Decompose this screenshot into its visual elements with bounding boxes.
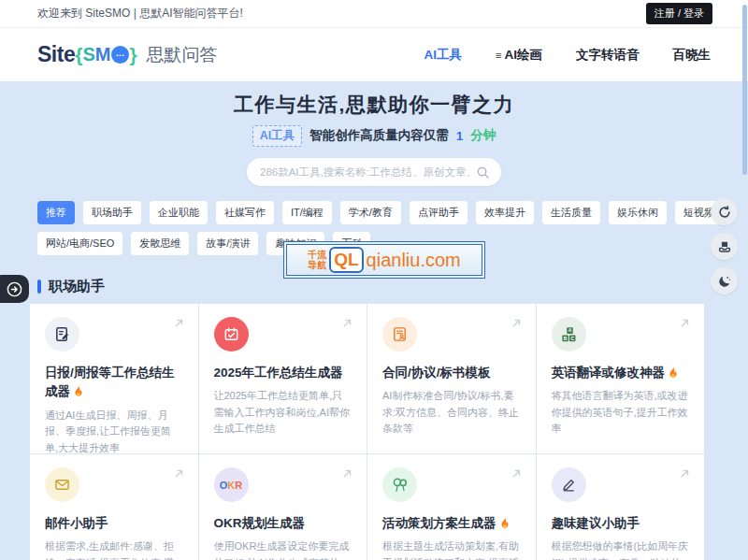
balloons-icon xyxy=(382,467,417,502)
tool-title: OKR规划生成器 xyxy=(214,514,352,533)
tool-description: 通过AI生成日报、周报、月报、季度报,让工作报告更简单,大大提升效率 xyxy=(45,408,183,454)
section-title: 职场助手 xyxy=(49,278,105,295)
arrow-right-circle-icon xyxy=(6,280,23,298)
svg-text:B: B xyxy=(564,335,568,340)
edit-note-icon xyxy=(45,317,79,352)
welcome-text: 欢迎来到 SiteSMO | 思默AI智能问答平台! xyxy=(37,6,243,22)
tool-description: AI制作标准合同/协议/标书,要求:双方信息、合同内容、终止条款等 xyxy=(382,388,521,438)
tool-card[interactable]: 合同/协议/标书模板AI制作标准合同/协议/标书,要求:双方信息、合同内容、终止… xyxy=(367,304,536,453)
logo-brace-open: { xyxy=(75,44,82,66)
ai-tools-badge: AI工具 xyxy=(252,125,303,147)
dark-mode-button[interactable] xyxy=(711,267,738,294)
search-bar[interactable] xyxy=(247,158,501,186)
hero-title: 工作与生活,思默助你一臂之力 xyxy=(0,93,748,117)
tool-card[interactable]: 日报/周报等工作总结生成器通过AI生成日报、周报、月报、季度报,让工作报告更简单… xyxy=(30,304,198,453)
arrow-up-right-icon xyxy=(678,467,692,481)
tool-card[interactable]: 2025年工作总结生成器让2025年工作总结更简单,只需输入工作内容和岗位,AI… xyxy=(199,304,367,453)
refresh-button[interactable] xyxy=(711,198,738,225)
logo-s-text: S xyxy=(82,44,94,65)
okr-icon: OKR xyxy=(214,467,249,502)
svg-text:A: A xyxy=(568,327,572,333)
tool-description: 让2025年工作总结更简单,只需输入工作内容和岗位,AI帮你生成工作总结 xyxy=(214,388,352,438)
nav-menu: AI工具≡AI绘画文字转语音百晓生 xyxy=(424,47,711,64)
floating-toolbar xyxy=(711,198,738,294)
tool-title: 活动策划方案生成器 xyxy=(382,514,521,533)
nav-item-0[interactable]: AI工具 xyxy=(424,47,463,64)
flame-icon xyxy=(667,366,680,379)
tool-description: 根据需求,生成邮件:感谢、拒绝、客套话,提高工作效率,避免出错 xyxy=(45,538,183,560)
lines-icon: ≡ xyxy=(496,50,501,61)
logo-brace-close: } xyxy=(129,44,137,66)
hero-section: 工作与生活,思默助你一臂之力 AI工具 智能创作高质量内容仅需 1 分钟 xyxy=(0,81,748,186)
search-input[interactable] xyxy=(258,165,476,179)
navbar: Site { S M ••• } 思默问答 AI工具≡AI绘画文字转语音百晓生 xyxy=(0,28,748,81)
tool-card[interactable]: OKROKR规划生成器使用OKR生成器设定你要完成的目标,让AI为你生成完整的O… xyxy=(199,454,367,560)
tool-title: 日报/周报等工作总结生成器 xyxy=(45,364,183,402)
logo-site-text: Site xyxy=(37,42,75,67)
register-login-button[interactable]: 注册 / 登录 xyxy=(646,3,712,24)
category-tag[interactable]: 企业职能 xyxy=(150,201,208,224)
tool-title: 合同/协议/标书模板 xyxy=(382,364,521,382)
category-tag[interactable]: 生活质量 xyxy=(542,201,600,224)
tool-card[interactable]: ABC英语翻译或修改神器将其他语言翻译为英语,或改进你提供的英语句子,提升工作效… xyxy=(537,304,705,453)
tool-card[interactable]: 趣味建议小助手根据您想做的事情(比如周年庆祝),提供难忘、有趣、独特的活动和建议 xyxy=(537,454,705,560)
calendar-check-icon xyxy=(214,317,249,352)
inbox-button[interactable] xyxy=(711,233,738,260)
brand-name: 思默问答 xyxy=(147,43,218,67)
nav-item-2[interactable]: 文字转语音 xyxy=(576,47,640,64)
category-tag[interactable]: 故事/演讲 xyxy=(197,232,258,255)
category-tag[interactable]: 职场助手 xyxy=(83,201,141,224)
tool-description: 使用OKR生成器设定你要完成的目标,让AI为你生成完整的OKR规划 xyxy=(214,538,352,560)
flame-icon xyxy=(498,516,511,529)
section-accent-bar xyxy=(37,280,41,294)
category-tag[interactable]: 娱乐休闲 xyxy=(609,201,667,224)
qianliu-watermark[interactable]: 千流 导航 QL qianliu.com xyxy=(283,241,485,279)
svg-text:C: C xyxy=(570,335,574,340)
nav-item-3[interactable]: 百晓生 xyxy=(673,47,712,64)
contract-icon xyxy=(382,317,417,352)
arrow-up-right-icon xyxy=(510,467,524,481)
dark-mode-icon xyxy=(717,274,732,289)
tool-description: 根据您想做的事情(比如周年庆祝),提供难忘、有趣、独特的活动和建议 xyxy=(552,538,690,560)
tool-title: 2025年工作总结生成器 xyxy=(214,364,352,382)
arrow-up-right-icon xyxy=(340,316,354,330)
tool-description: 根据主题生成活动策划案,有助于规划活动流程和内容,提高活动的效果 xyxy=(382,538,521,560)
tool-title: 邮件小助手 xyxy=(45,514,183,533)
subtitle-unit: 分钟 xyxy=(470,127,496,144)
category-tag[interactable]: 发散思维 xyxy=(131,232,189,255)
scrollbar-thumb[interactable] xyxy=(742,5,747,175)
subtitle-number: 1 xyxy=(456,129,464,143)
section-header: 职场助手 xyxy=(37,278,748,295)
arrow-up-right-icon xyxy=(340,467,354,481)
tool-title: 趣味建议小助手 xyxy=(552,514,690,533)
watermark-nav-text: 千流 导航 xyxy=(308,250,326,271)
inbox-icon xyxy=(717,239,732,254)
category-tag[interactable]: 效率提升 xyxy=(476,201,534,224)
envelope-icon xyxy=(45,467,79,502)
arrow-up-right-icon xyxy=(510,316,524,330)
watermark-domain: qianliu.com xyxy=(367,250,461,271)
tool-card[interactable]: 邮件小助手根据需求,生成邮件:感谢、拒绝、客套话,提高工作效率,避免出错 xyxy=(30,454,198,560)
tool-title: 英语翻译或修改神器 xyxy=(552,364,690,382)
refresh-icon xyxy=(717,205,732,220)
category-tag[interactable]: IT/编程 xyxy=(282,201,332,224)
category-tag[interactable]: 学术/教育 xyxy=(340,201,401,224)
pen-icon xyxy=(552,467,586,502)
subtitle-text: 智能创作高质量内容仅需 xyxy=(309,127,449,144)
tool-card[interactable]: 活动策划方案生成器根据主题生成活动策划案,有助于规划活动流程和内容,提高活动的效… xyxy=(367,454,536,560)
category-tag[interactable]: 网站/电商/SEO xyxy=(37,232,122,255)
category-tag[interactable]: 社媒写作 xyxy=(216,201,274,224)
logo-o-circle-icon: ••• xyxy=(111,46,129,64)
arrow-up-right-icon xyxy=(172,467,186,481)
category-tag[interactable]: 点评助手 xyxy=(410,201,468,224)
arrow-up-right-icon xyxy=(678,316,692,330)
category-tag[interactable]: 推荐 xyxy=(37,201,75,224)
topbar: 欢迎来到 SiteSMO | 思默AI智能问答平台! 注册 / 登录 xyxy=(0,0,748,28)
search-icon[interactable] xyxy=(476,165,490,179)
arrow-up-right-icon xyxy=(172,316,186,330)
nav-item-1[interactable]: ≡AI绘画 xyxy=(496,47,542,64)
slide-toggle-button[interactable] xyxy=(0,275,29,303)
logo-m-text: M xyxy=(95,44,111,65)
tag-row: 推荐职场助手企业职能社媒写作IT/编程学术/教育点评助手效率提升生活质量娱乐休闲… xyxy=(37,201,703,224)
site-logo[interactable]: Site { S M ••• } 思默问答 xyxy=(37,42,218,67)
